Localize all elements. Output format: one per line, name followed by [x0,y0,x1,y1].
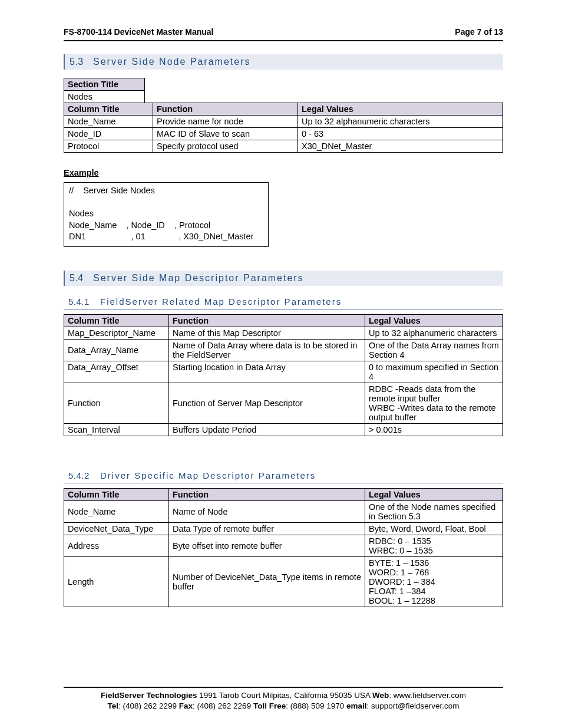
cell: DeviceNet_Data_Type [64,522,169,535]
cell: 0 - 63 [298,128,503,140]
col-header: Legal Values [365,488,503,500]
table-row: Length Number of DeviceNet_Data_Type ite… [64,556,503,607]
page-header: FS-8700-114 DeviceNet Master Manual Page… [64,27,503,39]
section-5-4-heading: 5.4 Server Side Map Descriptor Parameter… [64,271,503,286]
footer-text: : support@fieldserver.com [367,701,459,710]
footer-line-1: FieldServer Technologies 1991 Tarob Cour… [64,690,503,701]
footer-text: : (888) 509 1970 [286,701,346,710]
cell: Map_Descriptor_Name [64,327,169,339]
example-box: // Server Side Nodes Nodes Node_Name , N… [64,182,269,247]
col-header: Legal Values [365,314,503,327]
col-header: Column Title [64,103,153,116]
example-line: // Server Side Nodes [69,185,263,197]
cell: RDBC -Reads data from the remote input b… [365,383,503,423]
cell: 0 to maximum specified in Section 4 [365,361,503,383]
table-row: Protocol Specify protocol used X30_DNet_… [64,140,503,153]
cell: Function of Server Map Descriptor [169,383,365,423]
cell: Specify protocol used [153,140,298,153]
section-title-header: Section Title [64,78,145,91]
footer-label: Web [372,691,389,700]
cell: Name of Data Array where data is to be s… [169,339,365,361]
cell: Byte offset into remote buffer [169,535,365,556]
footer-rule [64,687,503,688]
cell: Protocol [64,140,153,153]
example-line: Node_Name , Node_ID , Protocol [69,220,263,232]
table-row: Function Function of Server Map Descript… [64,383,503,423]
table-row: Node_Name Name of Node One of the Node n… [64,500,503,522]
cell: Name of this Map Descriptor [169,327,365,339]
cell: Buffers Update Period [169,423,365,436]
example-line: DN1 , 01 , X30_DNet_Master [69,231,263,243]
section-title-value: Nodes [64,91,145,103]
table-row: Map_Descriptor_Name Name of this Map Des… [64,327,503,339]
footer-line-2: Tel: (408) 262 2299 Fax: (408) 262 2269 … [64,701,503,711]
page: FS-8700-114 DeviceNet Master Manual Page… [0,0,562,728]
cell: Starting location in Data Array [169,361,365,383]
footer-text: : www.fieldserver.com [389,691,466,700]
cell: One of the Data Array names from Section… [365,339,503,361]
footer-text: : (408) 262 2269 [193,701,253,710]
cell: Up to 32 alphanumeric characters [298,116,503,128]
footer-label: email [346,701,367,710]
cell: > 0.001s [365,423,503,436]
footer-label: Toll Free [253,701,286,710]
node-params-table: Column Title Function Legal Values Node_… [64,103,503,153]
example-label: Example [64,168,503,177]
page-number: Page 7 of 13 [455,27,503,37]
doc-title: FS-8700-114 DeviceNet Master Manual [64,27,213,37]
table-row: Data_Array_Name Name of Data Array where… [64,339,503,361]
col-header: Function [169,488,365,500]
cell: Name of Node [169,500,365,522]
cell: Data Type of remote buffer [169,522,365,535]
col-header: Legal Values [298,103,503,116]
section-title: Server Side Map Descriptor Parameters [93,273,304,283]
header-rule [64,40,503,41]
col-header: Column Title [64,488,169,500]
footer-text: : (408) 262 2299 [118,701,179,710]
table-row: Node_Name Provide name for node Up to 32… [64,116,503,128]
cell: Node_ID [64,128,153,140]
table-row: Data_Array_Offset Starting location in D… [64,361,503,383]
fieldserver-map-table: Column Title Function Legal Values Map_D… [64,314,503,436]
cell: Data_Array_Name [64,339,169,361]
cell: Function [64,383,169,423]
col-header: Function [153,103,298,116]
cell: Scan_Interval [64,423,169,436]
section-number: 5.4.1 [68,297,93,307]
cell: Node_Name [64,116,153,128]
footer-label: Fax [179,701,193,710]
table-row: DeviceNet_Data_Type Data Type of remote … [64,522,503,535]
cell: Length [64,556,169,607]
section-5-4-1-heading: 5.4.1 FieldServer Related Map Descriptor… [64,294,503,309]
section-title: Server Side Node Parameters [93,57,250,67]
section-5-3-heading: 5.3 Server Side Node Parameters [64,54,503,70]
cell: Byte, Word, Dword, Float, Bool [365,522,503,535]
footer-company: FieldServer Technologies [101,691,197,700]
section-number: 5.4.2 [68,470,93,480]
cell: Up to 32 alphanumeric characters [365,327,503,339]
section-title: Driver Specific Map Descriptor Parameter… [100,470,316,480]
footer-text: 1991 Tarob Court Milpitas, California 95… [197,691,372,700]
driver-map-table: Column Title Function Legal Values Node_… [64,488,503,607]
cell: Number of DeviceNet_Data_Type items in r… [169,556,365,607]
cell: MAC ID of Slave to scan [153,128,298,140]
col-header: Column Title [64,314,169,327]
footer-label: Tel [107,701,118,710]
section-title: FieldServer Related Map Descriptor Param… [100,297,342,307]
cell: BYTE: 1 – 1536 WORD: 1 – 768 DWORD: 1 – … [365,556,503,607]
table-row: Address Byte offset into remote buffer R… [64,535,503,556]
section-title-table: Section Title Nodes [64,78,145,103]
cell: RDBC: 0 – 1535 WRBC: 0 – 1535 [365,535,503,556]
cell: Provide name for node [153,116,298,128]
cell: One of the Node names specified in Secti… [365,500,503,522]
cell: Data_Array_Offset [64,361,169,383]
section-number: 5.4 [70,273,87,284]
cell: Node_Name [64,500,169,522]
example-line: Nodes [69,208,263,220]
section-number: 5.3 [70,57,87,67]
cell: X30_DNet_Master [298,140,503,153]
table-row: Scan_Interval Buffers Update Period > 0.… [64,423,503,436]
cell: Address [64,535,169,556]
table-row: Node_ID MAC ID of Slave to scan 0 - 63 [64,128,503,140]
example-line [69,197,263,209]
